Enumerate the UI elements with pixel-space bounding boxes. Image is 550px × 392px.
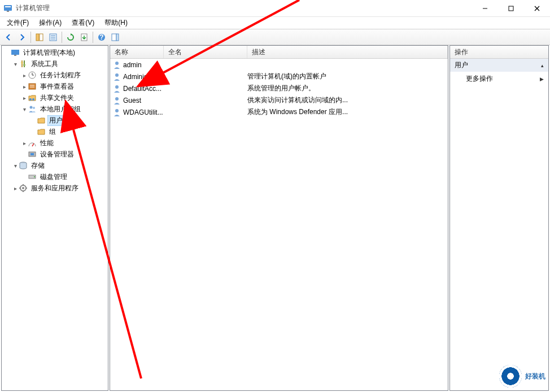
app-icon: [3, 4, 12, 13]
main-area: 计算机管理(本地) ▾ 系统工具 ▸ 任务计划程序 ▸ 事件查看器 ▸ 共享文件: [0, 45, 550, 392]
tree-event-viewer[interactable]: ▸ 事件查看器: [2, 81, 108, 92]
show-hide-tree-button[interactable]: [33, 31, 46, 43]
task-scheduler-icon: [28, 71, 37, 80]
close-button[interactable]: [524, 0, 550, 17]
svg-rect-18: [11, 50, 19, 55]
svg-rect-19: [14, 55, 16, 56]
tree-system-tools[interactable]: ▾ 系统工具: [2, 58, 108, 69]
column-header-fullname[interactable]: 全名: [164, 46, 247, 58]
tree-local-users-groups[interactable]: ▾ 本地用户和组: [2, 103, 108, 115]
performance-icon: [28, 138, 37, 147]
tree-services-apps[interactable]: ▸ 服务和应用程序: [2, 182, 108, 194]
column-header-description[interactable]: 描述: [247, 46, 448, 58]
collapse-icon[interactable]: ▸: [21, 140, 28, 146]
collapse-icon[interactable]: ▸: [12, 185, 19, 191]
navigation-tree: 计算机管理(本地) ▾ 系统工具 ▸ 任务计划程序 ▸ 事件查看器 ▸ 共享文件: [2, 46, 108, 195]
svg-point-42: [115, 62, 119, 65]
forward-button[interactable]: [16, 31, 28, 43]
services-apps-icon: [19, 184, 28, 193]
expand-icon[interactable]: ▾: [12, 61, 19, 67]
svg-rect-2: [7, 11, 9, 12]
cell-name: Administrat...: [123, 73, 164, 81]
tree-shared-folders[interactable]: ▸ 共享文件夹: [2, 92, 108, 103]
action-more[interactable]: 更多操作 ▶: [450, 72, 548, 86]
maximize-button[interactable]: [498, 0, 524, 17]
tree-disk-management[interactable]: 磁盘管理: [2, 171, 108, 182]
list-body[interactable]: adminAdministrat...管理计算机(域)的内置帐户DefaultA…: [110, 59, 448, 390]
event-viewer-icon: [28, 82, 37, 91]
svg-point-33: [33, 107, 35, 109]
user-icon: [112, 84, 121, 93]
svg-point-22: [21, 62, 23, 64]
cell-name: WDAGUtilit...: [123, 108, 164, 116]
svg-point-44: [115, 85, 119, 89]
toolbar-separator: [62, 32, 62, 43]
tree-performance[interactable]: ▸ 性能: [2, 137, 108, 149]
cell-name: Guest: [123, 97, 164, 104]
list-row[interactable]: DefaultAcc...系统管理的用户帐户。: [110, 82, 448, 94]
navigation-tree-pane[interactable]: 计算机管理(本地) ▾ 系统工具 ▸ 任务计划程序 ▸ 事件查看器 ▸ 共享文件: [1, 45, 108, 391]
svg-point-43: [115, 73, 119, 77]
list-row[interactable]: Administrat...管理计算机(域)的内置帐户: [110, 71, 448, 82]
user-icon: [112, 60, 121, 69]
action-pane-toggle-button[interactable]: [109, 31, 121, 43]
folder-icon: [37, 127, 46, 136]
tree-task-scheduler[interactable]: ▸ 任务计划程序: [2, 69, 108, 81]
svg-point-39: [34, 176, 35, 177]
user-icon: [112, 108, 121, 117]
shared-folders-icon: [28, 93, 37, 102]
cell-description: 管理计算机(域)的内置帐户: [247, 72, 448, 81]
collapse-icon[interactable]: ▸: [21, 72, 28, 79]
svg-point-46: [115, 109, 119, 112]
collapse-icon[interactable]: ▸: [21, 95, 28, 101]
svg-point-45: [115, 97, 119, 101]
expand-icon[interactable]: ▾: [21, 106, 28, 112]
svg-rect-8: [40, 34, 43, 41]
chevron-right-icon: ▶: [540, 76, 544, 82]
svg-point-32: [30, 106, 33, 109]
menu-action[interactable]: 操作(A): [34, 17, 66, 29]
svg-rect-36: [30, 153, 34, 155]
list-row[interactable]: Guest供来宾访问计算机或访问域的内...: [110, 94, 448, 106]
tree-groups[interactable]: 组: [2, 126, 108, 137]
window-title: 计算机管理: [16, 3, 472, 13]
svg-point-31: [32, 98, 34, 101]
details-list-pane: 名称 全名 描述 adminAdministrat...管理计算机(域)的内置帐…: [110, 45, 448, 391]
list-row[interactable]: WDAGUtilit...系统为 Windows Defender 应用...: [110, 106, 448, 118]
svg-rect-27: [29, 84, 36, 89]
export-list-button[interactable]: [78, 31, 90, 43]
column-header-name[interactable]: 名称: [110, 46, 164, 58]
svg-rect-1: [5, 6, 11, 7]
svg-text:?: ?: [99, 33, 103, 41]
cell-description: 系统为 Windows Defender 应用...: [247, 107, 448, 117]
menu-help[interactable]: 帮助(H): [100, 17, 132, 29]
collapse-icon[interactable]: ▸: [21, 84, 28, 90]
expand-icon[interactable]: ▾: [12, 163, 19, 169]
refresh-button[interactable]: [64, 31, 77, 43]
back-button[interactable]: [2, 31, 15, 43]
properties-button[interactable]: [47, 31, 59, 43]
user-icon: [112, 72, 121, 81]
list-row[interactable]: admin: [110, 59, 448, 71]
minimize-button[interactable]: [472, 0, 498, 17]
menu-file[interactable]: 文件(F): [2, 17, 33, 29]
tree-root[interactable]: 计算机管理(本地): [2, 47, 108, 58]
help-button[interactable]: ?: [95, 31, 108, 43]
menu-bar: 文件(F) 操作(A) 查看(V) 帮助(H): [0, 17, 550, 29]
tree-storage[interactable]: ▾ 存储: [2, 160, 108, 171]
computer-mgmt-icon: [11, 48, 20, 57]
svg-point-30: [29, 98, 32, 101]
tree-users[interactable]: 用户: [2, 115, 108, 126]
storage-icon: [19, 161, 28, 170]
toolbar: ?: [0, 29, 550, 45]
actions-group-title[interactable]: 用户 ▴: [450, 59, 548, 72]
toolbar-separator: [30, 32, 31, 43]
menu-view[interactable]: 查看(V): [67, 17, 99, 29]
svg-rect-4: [509, 6, 513, 11]
svg-rect-17: [116, 34, 119, 41]
cell-description: 系统管理的用户帐户。: [247, 84, 448, 93]
cell-name: DefaultAcc...: [123, 85, 164, 93]
actions-pane: 操作 用户 ▴ 更多操作 ▶: [449, 45, 549, 391]
tree-device-manager[interactable]: 设备管理器: [2, 149, 108, 160]
svg-point-23: [23, 64, 25, 66]
